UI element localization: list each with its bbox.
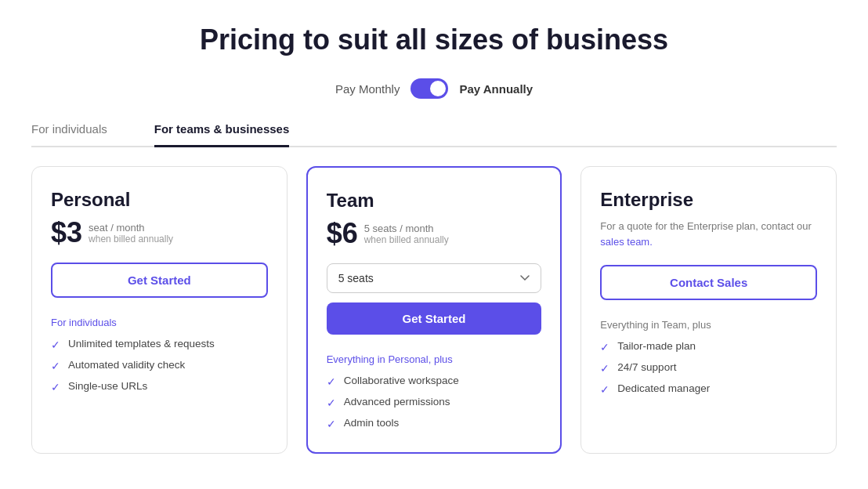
team-plan-name: Team [327,190,542,212]
plans-grid: Personal $3 seat / month when billed ann… [31,166,837,454]
tab-individuals[interactable]: For individuals [31,122,107,146]
toggle-thumb [430,81,446,96]
team-price-detail: 5 seats / month when billed annually [364,219,449,245]
check-icon: ✓ [600,362,609,375]
billing-toggle-switch[interactable] [410,78,448,99]
enterprise-feature-list: ✓ Tailor-made plan ✓ 24/7 support ✓ Dedi… [600,340,817,396]
personal-feature-list: ✓ Unlimited templates & requests ✓ Autom… [51,338,268,393]
team-feature-group: Everything in Personal, plus [327,353,542,365]
check-icon: ✓ [327,397,336,409]
plan-personal: Personal $3 seat / month when billed ann… [31,166,288,454]
enterprise-plan-name: Enterprise [600,189,817,211]
personal-plan-name: Personal [51,189,268,211]
team-feature-list: ✓ Collaborative workspace ✓ Advanced per… [327,375,542,430]
check-icon: ✓ [51,360,60,372]
personal-cta-button[interactable]: Get Started [51,263,268,298]
enterprise-sales-link[interactable]: sales team. [600,236,652,248]
billing-toggle: Pay Monthly Pay Annually [31,78,837,99]
list-item: ✓ Single-use URLs [51,380,268,393]
personal-price-detail: seat / month when billed annually [89,219,173,244]
list-item: ✓ Admin tools [327,417,542,430]
list-item: ✓ Tailor-made plan [600,340,817,353]
check-icon: ✓ [600,341,609,353]
check-icon: ✓ [51,339,60,351]
pay-annually-label: Pay Annually [459,82,533,96]
check-icon: ✓ [327,418,336,430]
team-price: $6 [327,219,358,248]
personal-feature-group: For individuals [51,317,268,328]
enterprise-desc: For a quote for the Enterprise plan, con… [600,219,817,249]
team-billing-note: when billed annually [364,234,449,245]
team-price-row: $6 5 seats / month when billed annually [327,219,542,248]
plan-enterprise: Enterprise For a quote for the Enterpris… [580,166,837,454]
check-icon: ✓ [327,375,336,388]
personal-billing-note: when billed annually [89,234,173,244]
tab-teams[interactable]: For teams & businesses [154,122,290,147]
pay-monthly-label: Pay Monthly [335,82,400,96]
check-icon: ✓ [600,383,609,396]
section-tabs: For individuals For teams & businesses [31,122,837,147]
plan-team: Team $6 5 seats / month when billed annu… [306,166,562,454]
personal-price: $3 [51,219,82,247]
list-item: ✓ Unlimited templates & requests [51,338,268,351]
seats-select[interactable]: 5 seats 10 seats 15 seats 20 seats [327,263,542,293]
list-item: ✓ 24/7 support [600,361,817,375]
enterprise-cta-button[interactable]: Contact Sales [600,265,817,300]
list-item: ✓ Dedicated manager [600,382,817,396]
list-item: ✓ Automated validity check [51,359,268,372]
team-per: 5 seats / month [364,223,449,234]
page-title: Pricing to suit all sizes of business [31,24,837,56]
check-icon: ✓ [51,381,60,393]
personal-per: seat / month [89,222,173,234]
list-item: ✓ Collaborative workspace [327,375,542,388]
team-cta-button[interactable]: Get Started [327,302,542,335]
list-item: ✓ Advanced permissions [327,396,542,409]
enterprise-feature-group: Everything in Team, plus [600,319,817,331]
personal-price-row: $3 seat / month when billed annually [51,219,268,247]
